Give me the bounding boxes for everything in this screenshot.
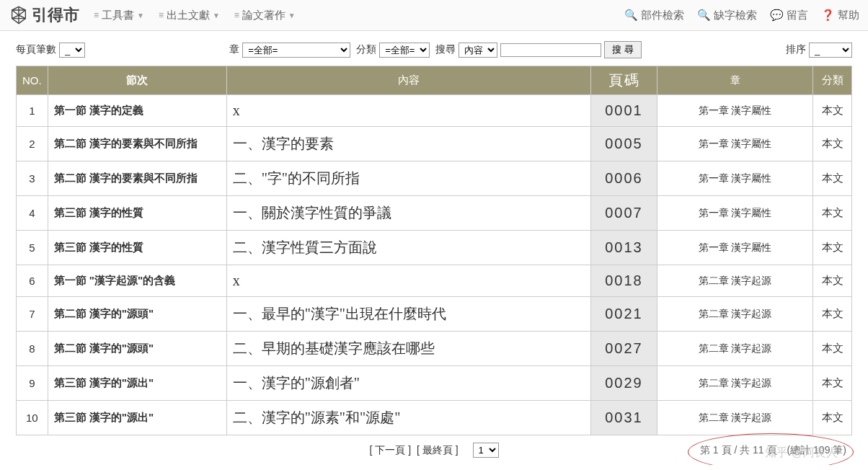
search-label: 搜尋: [435, 43, 456, 56]
cell-chapter: 第二章 漢字起源: [657, 401, 813, 435]
cell-page[interactable]: 0021: [591, 297, 657, 332]
cell-section: 第三節 漢字的"源出": [48, 366, 226, 401]
cell-section: 第二節 漢字的要素與不同所指: [48, 127, 226, 161]
per-page-select[interactable]: _: [59, 43, 85, 58]
comment-icon: 💬: [770, 9, 784, 22]
cell-category: 本文: [813, 366, 852, 401]
cell-chapter: 第二章 漢字起源: [657, 265, 813, 297]
cell-page[interactable]: 0031: [591, 401, 657, 435]
cell-section: 第二節 漢字的"源頭": [48, 332, 226, 366]
cell-page[interactable]: 0029: [591, 366, 657, 401]
cell-page[interactable]: 0018: [591, 265, 657, 297]
cell-content: 一、最早的"漢字"出現在什麼時代: [226, 297, 590, 332]
cell-chapter: 第一章 漢字屬性: [657, 231, 813, 265]
nav-papers[interactable]: ≡ 論文著作 ▼: [234, 9, 296, 22]
table-row[interactable]: 1第一節 漢字的定義x0001第一章 漢字屬性本文: [17, 95, 852, 127]
cell-page[interactable]: 0007: [591, 196, 657, 231]
cell-section: 第三節 漢字的"源出": [48, 401, 226, 435]
cell-page[interactable]: 0005: [591, 127, 657, 161]
cell-page[interactable]: 0013: [591, 231, 657, 265]
search-field-select[interactable]: 內容: [459, 43, 497, 58]
logo-text: 引得市: [32, 4, 79, 26]
cell-chapter: 第二章 漢字起源: [657, 332, 813, 366]
last-page-link[interactable]: [ 最終頁 ]: [417, 444, 459, 457]
next-page-link[interactable]: [ 下一頁 ]: [369, 444, 411, 457]
cell-page[interactable]: 0001: [591, 95, 657, 127]
cell-page[interactable]: 0027: [591, 332, 657, 366]
hamburger-icon: ≡: [159, 10, 164, 20]
nav-right-label: 留言: [787, 9, 808, 22]
cell-content: 二、漢字性質三方面說: [226, 231, 590, 265]
table-row[interactable]: 8第二節 漢字的"源頭"二、早期的基礎漢字應該在哪些0027第二章 漢字起源本文: [17, 332, 852, 366]
category-select[interactable]: =全部=: [379, 43, 430, 58]
cell-no: 1: [17, 95, 48, 127]
nav-component-search[interactable]: 🔍 部件檢索: [624, 9, 684, 22]
cell-chapter: 第二章 漢字起源: [657, 366, 813, 401]
per-page-group: 每頁筆數 _: [16, 43, 85, 58]
data-table: NO. 節次 內容 頁碼 章 分類 1第一節 漢字的定義x0001第一章 漢字屬…: [16, 66, 852, 435]
caret-down-icon: ▼: [288, 12, 296, 19]
nav-right-label: 幫助: [838, 9, 859, 22]
cell-section: 第三節 漢字的性質: [48, 196, 226, 231]
nav-right-label: 缺字檢索: [714, 9, 757, 22]
sort-group: 排序 _: [786, 43, 852, 58]
cell-category: 本文: [813, 401, 852, 435]
cell-category: 本文: [813, 332, 852, 366]
nav-unearthed[interactable]: ≡ 出土文獻 ▼: [159, 9, 220, 22]
th-page[interactable]: 頁碼: [591, 66, 657, 95]
table-row[interactable]: 7第二節 漢字的"源頭"一、最早的"漢字"出現在什麼時代0021第二章 漢字起源…: [17, 297, 852, 332]
nav-label: 工具書: [102, 9, 134, 22]
cell-chapter: 第二章 漢字起源: [657, 297, 813, 332]
nav-label: 論文著作: [242, 9, 285, 22]
cell-content: 一、漢字的"源創者": [226, 366, 590, 401]
cell-no: 8: [17, 332, 48, 366]
th-chapter[interactable]: 章: [657, 66, 813, 95]
nav-help[interactable]: ❓ 幫助: [821, 9, 859, 22]
cell-no: 6: [17, 265, 48, 297]
page-select[interactable]: 1: [473, 443, 499, 458]
caret-down-icon: ▼: [137, 12, 144, 19]
cell-category: 本文: [813, 265, 852, 297]
nav-right: 🔍 部件檢索 🔍 缺字檢索 💬 留言 ❓ 幫助: [624, 9, 859, 22]
cell-chapter: 第一章 漢字屬性: [657, 161, 813, 196]
table-row[interactable]: 5第三節 漢字的性質二、漢字性質三方面說0013第一章 漢字屬性本文: [17, 231, 852, 265]
nav-right-label: 部件檢索: [641, 9, 684, 22]
search-input[interactable]: [500, 43, 601, 57]
table-row[interactable]: 2第二節 漢字的要素與不同所指一、漢字的要素0005第一章 漢字屬性本文: [17, 127, 852, 161]
th-no[interactable]: NO.: [17, 66, 48, 95]
table-row[interactable]: 6第一節 "漢字起源"的含義x0018第二章 漢字起源本文: [17, 265, 852, 297]
nav-message[interactable]: 💬 留言: [770, 9, 808, 22]
nav-tools[interactable]: ≡ 工具書 ▼: [94, 9, 144, 22]
nav-missing-search[interactable]: 🔍 缺字檢索: [697, 9, 757, 22]
table-header-row: NO. 節次 內容 頁碼 章 分類: [17, 66, 852, 95]
th-category[interactable]: 分類: [813, 66, 852, 95]
cell-no: 3: [17, 161, 48, 196]
th-content[interactable]: 內容: [226, 66, 590, 95]
cell-section: 第二節 漢字的"源頭": [48, 297, 226, 332]
cell-category: 本文: [813, 196, 852, 231]
search-button[interactable]: 搜 尋: [604, 41, 642, 58]
sort-label: 排序: [786, 43, 806, 56]
filter-bar: 每頁筆數 _ 章 =全部= 分類 =全部= 搜尋 內容 搜 尋 排序 _: [0, 31, 868, 66]
th-section[interactable]: 節次: [48, 66, 226, 95]
cell-no: 7: [17, 297, 48, 332]
sort-select[interactable]: _: [809, 43, 852, 58]
cell-no: 10: [17, 401, 48, 435]
cell-no: 5: [17, 231, 48, 265]
table-row[interactable]: 4第三節 漢字的性質一、關於漢字性質的爭議0007第一章 漢字屬性本文: [17, 196, 852, 231]
chapter-select[interactable]: =全部=: [242, 43, 350, 58]
table-row[interactable]: 10第三節 漢字的"源出"二、漢字的"源素"和"源處"0031第二章 漢字起源本…: [17, 401, 852, 435]
logo[interactable]: 引得市: [9, 4, 79, 26]
cell-no: 9: [17, 366, 48, 401]
cell-no: 2: [17, 127, 48, 161]
cell-section: 第三節 漢字的性質: [48, 231, 226, 265]
caret-down-icon: ▼: [213, 12, 220, 19]
table-row[interactable]: 9第三節 漢字的"源出"一、漢字的"源創者"0029第二章 漢字起源本文: [17, 366, 852, 401]
cell-category: 本文: [813, 297, 852, 332]
cell-section: 第一節 "漢字起源"的含義: [48, 265, 226, 297]
cell-chapter: 第一章 漢字屬性: [657, 196, 813, 231]
cell-category: 本文: [813, 95, 852, 127]
table-row[interactable]: 3第二節 漢字的要素與不同所指二、"字"的不同所指0006第一章 漢字屬性本文: [17, 161, 852, 196]
hamburger-icon: ≡: [234, 10, 239, 20]
cell-page[interactable]: 0006: [591, 161, 657, 196]
